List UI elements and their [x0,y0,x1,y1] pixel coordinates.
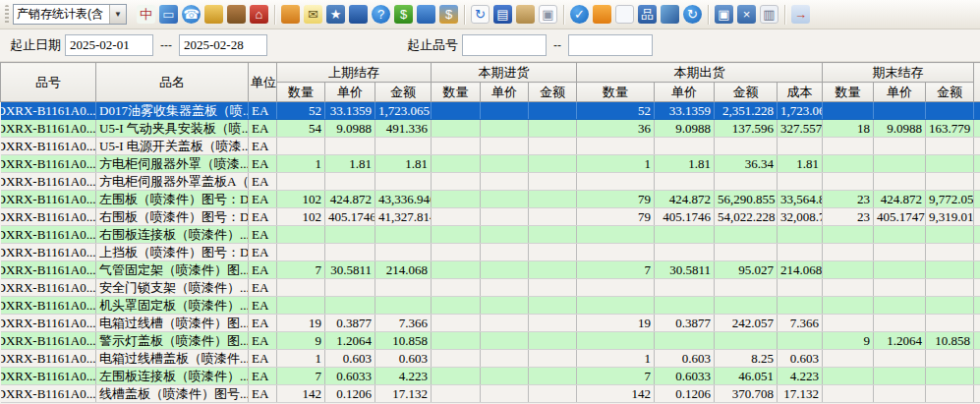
table-row[interactable]: DXRX-B1161A0...U5-I 气动夹具安装板（喷...EA549.09… [1,120,980,138]
cell-out-qty[interactable] [577,332,655,350]
orgchart-icon[interactable]: 品 [638,5,657,24]
cell-part-code[interactable]: DXRX-B1161A0... [1,350,96,368]
cell-out-qty[interactable]: 1 [577,155,655,173]
cell-in-qty[interactable] [432,350,481,368]
cell-end-amount[interactable] [926,385,974,403]
cell-out-price[interactable]: 0.1206 [655,385,715,403]
cell-part-code[interactable]: DXRX-B1161A0... [1,226,96,244]
cell-filler[interactable] [974,138,980,155]
cell-filler[interactable] [974,191,980,208]
cell-out-price[interactable] [655,138,715,155]
cell-part-name[interactable]: 上挡板（喷漆件）图号：D... [96,244,249,261]
cell-end-qty[interactable] [823,244,874,261]
cell-filler[interactable] [974,208,980,226]
cell-part-name[interactable]: 右围板连接板（喷漆件）... [96,226,249,244]
cell-unit[interactable]: EA [249,102,277,120]
cell-in-price[interactable] [481,315,529,332]
cell-in-amount[interactable] [529,368,577,385]
cell-prev-price[interactable] [325,138,375,155]
cell-unit[interactable]: EA [249,226,277,244]
cell-out-amount[interactable] [715,244,778,261]
alert-bell-icon[interactable] [593,5,611,24]
cell-prev-price[interactable]: 0.603 [325,350,375,368]
cell-unit[interactable]: EA [249,368,277,385]
table-row[interactable]: DXRX-B1161A0...电箱过线槽盖板（喷漆件...EA10.6030.6… [1,350,980,368]
table-row[interactable]: DXRX-B1161A0...方电柜伺服器外罩盖板A（...EA [1,173,980,191]
calculator-icon[interactable]: ▤ [493,5,512,24]
cell-end-price[interactable] [874,102,926,120]
cell-part-name[interactable]: 电箱过线槽盖板（喷漆件... [96,350,249,368]
search-doc-icon[interactable] [615,5,634,24]
table-row[interactable]: DXRX-B1161A0...右围板连接板（喷漆件）...EA [1,226,980,244]
cell-prev-qty[interactable]: 102 [277,191,325,208]
cell-end-amount[interactable] [926,315,974,332]
table-row[interactable]: DXRX-B1161A0...机头罩固定板（喷漆件）...EA [1,297,980,315]
cell-part-name[interactable]: 左围板（喷漆件）图号：D... [96,191,249,208]
cell-out-qty[interactable]: 36 [577,120,655,138]
cell-part-code[interactable]: DXRX-B1161A0... [1,191,96,208]
cell-in-price[interactable] [481,279,529,297]
cell-out-cost[interactable]: 1,723.065 [778,102,823,120]
cell-filler[interactable] [974,350,980,368]
cell-filler[interactable] [974,102,980,120]
cell-end-amount[interactable] [926,368,974,385]
mail-icon[interactable]: ✉ [304,5,322,24]
table-row[interactable]: DXRX-B1161A0...警示灯盖板（喷漆件）图...EA91.206410… [1,332,980,350]
cell-prev-price[interactable]: 1.81 [325,155,375,173]
cell-filler[interactable] [974,120,980,138]
phone-icon[interactable]: ☎ [182,5,201,24]
cell-prev-amount[interactable]: 1,723.065 [375,102,432,120]
cell-prev-qty[interactable]: 102 [277,208,325,226]
cell-prev-qty[interactable]: 1 [277,350,325,368]
cell-in-amount[interactable] [529,244,577,261]
cell-prev-qty[interactable] [277,279,325,297]
cell-unit[interactable]: EA [249,261,277,279]
cell-unit[interactable]: EA [249,332,277,350]
cell-out-cost[interactable] [778,138,823,155]
cell-in-qty[interactable] [432,385,481,403]
cell-part-code[interactable]: DXRX-B1161A0... [1,315,96,332]
table-row[interactable]: DXRX-B1161A0...气管固定架（喷漆件）图...EA730.58112… [1,261,980,279]
cell-part-name[interactable]: 线槽盖板（喷漆件）图号... [96,385,249,403]
cell-end-price[interactable]: 405.1747 [874,208,926,226]
cell-in-amount[interactable] [529,120,577,138]
cell-out-cost[interactable]: 1.81 [778,155,823,173]
cell-end-price[interactable] [874,279,926,297]
cell-out-price[interactable]: 33.1359 [655,102,715,120]
cell-end-price[interactable] [874,138,926,155]
cell-prev-price[interactable] [325,173,375,191]
cell-out-amount[interactable]: 370.708 [715,385,778,403]
cell-prev-amount[interactable] [375,297,432,315]
cell-in-price[interactable] [481,261,529,279]
cell-prev-price[interactable]: 33.1359 [325,102,375,120]
cell-unit[interactable]: EA [249,120,277,138]
cell-in-qty[interactable] [432,315,481,332]
exit-icon[interactable]: → [791,5,810,24]
cell-end-amount[interactable] [926,102,974,120]
cell-in-qty[interactable] [432,155,481,173]
cell-in-amount[interactable] [529,138,577,155]
approve-check-icon[interactable]: ✓ [570,5,589,24]
cell-prev-amount[interactable] [375,173,432,191]
cell-in-amount[interactable] [529,350,577,368]
cell-unit[interactable]: EA [249,279,277,297]
cell-out-amount[interactable]: 56,290.855 [715,191,778,208]
cell-out-cost[interactable]: 17.132 [778,385,823,403]
home-icon[interactable]: ⌂ [250,5,268,24]
cell-part-name[interactable]: U5-I 电源开关盖板（喷漆... [96,138,249,155]
cell-unit[interactable]: EA [249,244,277,261]
cell-out-price[interactable] [655,279,715,297]
cell-prev-price[interactable] [325,226,375,244]
date-from-input[interactable] [65,34,153,56]
cell-end-qty[interactable] [823,155,874,173]
cell-out-amount[interactable]: 95.027 [715,261,778,279]
cell-unit[interactable]: EA [249,138,277,155]
cell-end-price[interactable] [874,226,926,244]
cell-prev-price[interactable]: 424.872 [325,191,375,208]
cell-in-price[interactable] [481,173,529,191]
cell-out-amount[interactable] [715,297,778,315]
cell-in-price[interactable] [481,120,529,138]
cell-part-code[interactable]: DXRX-B1161A0... [1,279,96,297]
cell-end-price[interactable] [874,173,926,191]
cell-filler[interactable] [974,297,980,315]
